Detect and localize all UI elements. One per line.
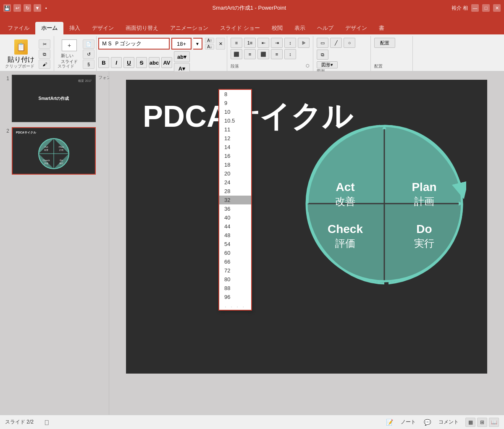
font-size-9[interactable]: 9 [219,99,251,107]
text-direction-button[interactable]: ↕ [284,38,296,48]
font-size-40[interactable]: 40 [219,213,251,222]
font-size-buttons: A↑ A↓ [205,38,214,50]
user-name: 裕介 相 [452,5,468,12]
customize-icon[interactable]: ▼ [34,4,41,12]
tab-view[interactable]: 表示 [289,22,311,34]
align-right-button[interactable]: ⬛ [257,49,269,59]
redo-icon[interactable]: ↻ [24,4,31,12]
italic-button[interactable]: I [111,57,122,68]
text-shadow-button[interactable]: abc [149,57,160,68]
font-size-input[interactable] [171,38,192,50]
section-button[interactable]: § [83,60,94,69]
slide-thumbnail-1[interactable]: 概要 2017 SmartArtの作成 [12,75,96,122]
font-name-input[interactable] [98,38,170,50]
close-icon[interactable]: ✕ [493,4,501,12]
svg-text:Do: Do [60,159,63,162]
tab-review[interactable]: 校閲 [266,22,289,34]
paste-button[interactable]: 📋 貼り付け [5,38,37,66]
reset-button[interactable]: ↺ [83,50,94,59]
undo-icon[interactable]: ↩ [13,4,21,12]
indent-decrease-button[interactable]: ⇤ [257,38,269,48]
tab-slideshow[interactable]: スライド ショー [214,22,266,34]
tab-insert[interactable]: 挿入 [63,22,86,34]
font-size-44[interactable]: 44 [219,222,251,231]
clear-format-button[interactable]: ✕ [216,38,225,50]
char-spacing-button[interactable]: AV [161,57,172,68]
new-slide-button[interactable]: + 新しいスライド [58,38,81,66]
slide-item-2[interactable]: 2 PDCAサイクル Act 改善 Plan [3,127,106,175]
maximize-icon[interactable]: □ [482,4,490,12]
indent-increase-button[interactable]: ⇥ [271,38,283,48]
font-size-24[interactable]: 24 [219,178,251,187]
svg-text:Plan: Plan [59,146,64,148]
font-size-88[interactable]: 88 [219,284,251,293]
font-size-36[interactable]: 36 [219,204,251,213]
arrange-label: 配置 [374,64,383,68]
align-left-button[interactable]: ⬛ [231,49,242,59]
toolbar: 📋 貼り付け ✂ ⧉ 🖌 クリップボード + 新しいスライド 📄 ↺ § スライ… [0,34,504,71]
tab-file[interactable]: ファイル [2,22,35,34]
cut-button[interactable]: ✂ [39,39,50,49]
font-size-54[interactable]: 54 [219,240,251,249]
bold-button[interactable]: B [98,57,109,68]
columns-button[interactable]: ⫸ [298,38,310,48]
tab-animations[interactable]: アニメーション [164,22,214,34]
font-size-80[interactable]: 80 [219,275,251,284]
font-size-dropdown: 8 9 10 10.5 11 12 14 16 18 20 24 28 32 3… [218,89,252,311]
format-painter-button[interactable]: 🖌 [39,60,50,69]
font-size-10-5[interactable]: 10.5 [219,116,251,125]
font-size-20[interactable]: 20 [219,169,251,178]
font-size-11[interactable]: 11 [219,125,251,134]
slide-layout-button[interactable]: 📄 [83,39,94,49]
shape-arrange-button[interactable]: ⧉ [317,50,328,60]
slide-canvas[interactable]: PDCAサイクル [126,80,487,374]
justify-button[interactable]: ≡ [271,49,283,59]
tab-help[interactable]: ヘルプ [311,22,339,34]
tab-write[interactable]: 書 [373,22,390,34]
normal-view-button[interactable]: ▦ [465,418,475,427]
font-size-10[interactable]: 10 [219,107,251,116]
font-size-32[interactable]: 32 [219,196,251,204]
tab-design2[interactable]: デザイン [339,22,373,34]
comment-icon[interactable]: 💬 [423,418,432,427]
font-size-16[interactable]: 16 [219,152,251,160]
font-size-72[interactable]: 72 [219,266,251,275]
reading-view-button[interactable]: 📖 [489,418,499,427]
align-center-button[interactable]: ≡ [244,49,256,59]
font-size-28[interactable]: 28 [219,187,251,196]
strikethrough-button[interactable]: S [136,57,147,68]
font-size-12[interactable]: 12 [219,134,251,143]
font-size-14[interactable]: 14 [219,143,251,152]
font-size-48[interactable]: 48 [219,231,251,240]
increase-font-button[interactable]: A↑ [205,38,214,43]
save-icon[interactable]: 💾 [3,4,11,12]
text-highlight-button[interactable]: ab▾ [174,51,190,62]
note-icon[interactable]: 📝 [385,418,394,427]
copy-button[interactable]: ⧉ [39,50,50,59]
font-size-8[interactable]: 8 [219,90,251,99]
font-size-96[interactable]: 96 [219,293,251,301]
para-expand-icon[interactable]: ⬡ [306,63,310,69]
accessibility-icon[interactable]: ⎕ [42,418,51,427]
shape-line-icon[interactable]: ╱ [330,38,342,48]
font-size-18[interactable]: 18 [219,160,251,169]
shapes-more-button[interactable]: 図形▾ [317,61,338,68]
underline-button[interactable]: U [123,57,134,68]
minimize-icon[interactable]: — [471,4,479,12]
slide-thumbnail-2[interactable]: PDCAサイクル Act 改善 Plan 計画 Che [12,127,96,175]
font-size-dropdown-arrow[interactable]: ▼ [193,38,202,50]
slide-item-1[interactable]: 1 概要 2017 SmartArtの作成 [3,75,106,122]
tab-transitions[interactable]: 画面切り替え [120,22,164,34]
line-spacing-button[interactable]: ↕ [284,49,296,59]
bullet-list-button[interactable]: ≡ [231,38,242,48]
decrease-font-button[interactable]: A↓ [205,44,214,50]
font-size-60[interactable]: 60 [219,249,251,257]
shape-rect-icon[interactable]: ▭ [317,38,328,48]
numbered-list-button[interactable]: 1≡ [244,38,256,48]
slide-sorter-button[interactable]: ⊞ [477,418,487,427]
tab-home[interactable]: ホーム [35,22,63,34]
shape-oval-icon[interactable]: ○ [344,38,355,48]
font-size-66[interactable]: 66 [219,257,251,266]
tab-design[interactable]: デザイン [86,22,120,34]
arrange-button[interactable]: 配置 [374,38,395,48]
